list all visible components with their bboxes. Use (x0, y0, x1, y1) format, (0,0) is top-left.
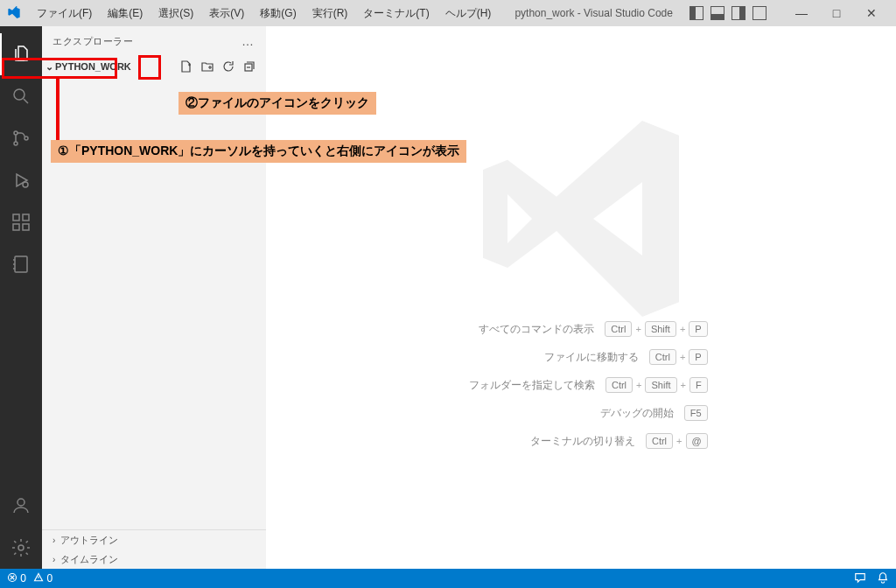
annotation-1: ①「PYTHON_WORK」にカーソルを持っていくと右側にアイコンが表示 (51, 140, 466, 163)
menu-run[interactable]: 実行(R) (305, 3, 355, 24)
menu-bar: ファイル(F) 編集(E) 選択(S) 表示(V) 移動(G) 実行(R) ター… (30, 3, 498, 24)
title-bar: ファイル(F) 編集(E) 選択(S) 表示(V) 移動(G) 実行(R) ター… (0, 0, 896, 26)
new-folder-icon[interactable] (200, 59, 215, 74)
vscode-watermark-icon (458, 96, 704, 341)
svg-rect-5 (13, 214, 19, 220)
accounts-icon[interactable] (0, 485, 42, 527)
outline-section[interactable]: ›アウトライン (42, 530, 266, 550)
layout-panel-icon[interactable] (710, 6, 724, 20)
svg-rect-6 (13, 224, 19, 230)
svg-rect-8 (23, 214, 29, 220)
window-title: python_work - Visual Studio Code (498, 7, 690, 19)
svg-point-1 (14, 131, 18, 135)
menu-terminal[interactable]: ターミナル(T) (356, 3, 436, 24)
svg-point-11 (18, 545, 24, 550)
cmd-goto-file: ファイルに移動する Ctrl+P (454, 349, 707, 365)
extensions-icon[interactable] (0, 201, 42, 243)
folder-name: PYTHON_WORK (55, 61, 131, 72)
explorer-header: エクスプローラー … (42, 26, 266, 56)
chevron-right-icon: › (52, 536, 55, 545)
status-warnings[interactable]: 0 (33, 572, 52, 584)
chevron-right-icon: › (52, 555, 55, 564)
status-bar: 0 0 (0, 569, 896, 588)
svg-point-10 (18, 499, 24, 506)
timeline-section[interactable]: ›タイムライン (42, 550, 266, 569)
menu-view[interactable]: 表示(V) (202, 3, 251, 24)
vscode-icon (7, 6, 21, 20)
cmd-toggle-terminal: ターミナルの切り替え Ctrl+@ (454, 433, 707, 449)
svg-point-3 (24, 136, 28, 140)
svg-point-2 (14, 142, 18, 145)
svg-rect-9 (15, 256, 27, 272)
annotation-2: ②ファイルのアイコンをクリック (178, 92, 376, 115)
menu-help[interactable]: ヘルプ(H) (438, 3, 499, 24)
svg-point-4 (23, 182, 28, 187)
feedback-icon[interactable] (854, 571, 866, 586)
settings-gear-icon[interactable] (0, 527, 42, 569)
layout-primary-sidebar-icon[interactable] (690, 6, 704, 20)
explorer-title: エクスプローラー (52, 35, 133, 48)
more-actions-icon[interactable]: … (242, 34, 256, 48)
layout-secondary-sidebar-icon[interactable] (732, 6, 746, 20)
layout-customize-icon[interactable] (752, 6, 766, 20)
new-file-icon[interactable] (178, 59, 194, 74)
search-icon[interactable] (0, 75, 42, 117)
activity-bar (0, 26, 42, 569)
notebook-icon[interactable] (0, 243, 42, 285)
menu-selection[interactable]: 選択(S) (151, 3, 200, 24)
cmd-start-debug: デバッグの開始 F5 (454, 405, 707, 421)
svg-rect-7 (23, 224, 29, 230)
source-control-icon[interactable] (0, 117, 42, 159)
status-errors[interactable]: 0 (7, 572, 26, 584)
menu-edit[interactable]: 編集(E) (101, 3, 150, 24)
menu-go[interactable]: 移動(G) (253, 3, 303, 24)
chevron-down-icon: ⌄ (46, 61, 53, 73)
maximize-button[interactable]: □ (819, 3, 854, 24)
layout-icons (690, 6, 766, 20)
sidebar-bottom: ›アウトライン ›タイムライン (42, 529, 266, 569)
bell-icon[interactable] (877, 571, 889, 586)
run-debug-icon[interactable] (0, 159, 42, 201)
svg-point-0 (14, 89, 24, 100)
minimize-button[interactable]: — (784, 3, 819, 24)
refresh-icon[interactable] (220, 59, 236, 74)
cmd-find-folder: フォルダーを指定して検索 Ctrl+Shift+F (454, 377, 707, 393)
collapse-all-icon[interactable] (242, 59, 257, 74)
folder-root-row[interactable]: ⌄ PYTHON_WORK (42, 56, 266, 77)
close-button[interactable]: ✕ (854, 3, 889, 24)
window-controls: — □ ✕ (784, 3, 889, 24)
highlight-connector-line (56, 79, 60, 143)
menu-file[interactable]: ファイル(F) (30, 3, 99, 24)
explorer-icon[interactable] (0, 33, 42, 75)
